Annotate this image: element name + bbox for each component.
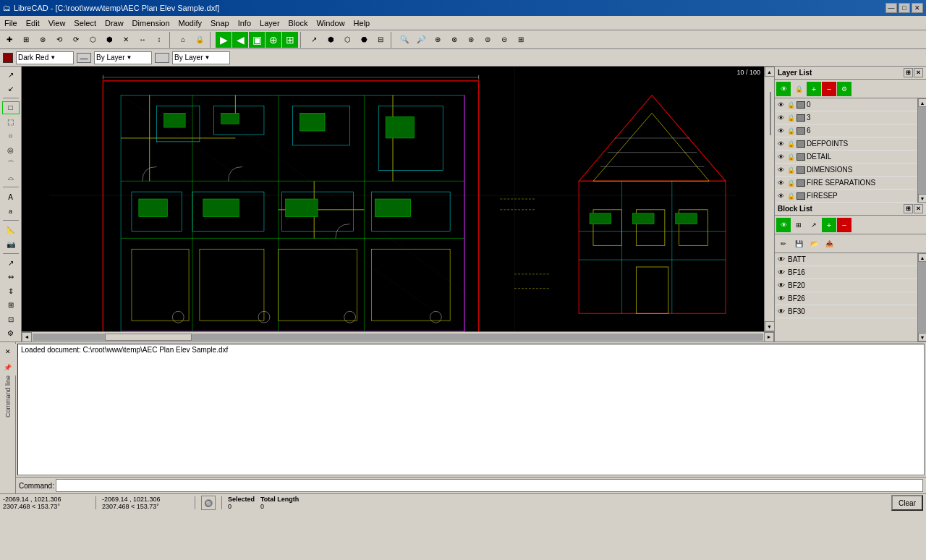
- menu-modify[interactable]: Modify: [174, 17, 206, 29]
- menu-block[interactable]: Block: [284, 17, 313, 29]
- layer-visible-all[interactable]: 👁: [776, 82, 791, 96]
- layer-remove[interactable]: −: [822, 82, 836, 96]
- block-open[interactable]: 📂: [807, 237, 821, 251]
- tool18[interactable]: ⬡: [339, 32, 355, 48]
- tool3[interactable]: ⟲: [51, 32, 67, 48]
- layer-item-defpoints[interactable]: 👁 🔒 DEFPOINTS: [775, 137, 917, 150]
- color-swatch[interactable]: [3, 53, 13, 63]
- lt-rect2[interactable]: ⬚: [2, 115, 20, 128]
- layer-item-dimensions[interactable]: 👁 🔒 DIMENSIONS: [775, 164, 917, 177]
- lt-rect[interactable]: □: [2, 101, 20, 114]
- command-pin-button[interactable]: 📌: [0, 360, 16, 376]
- menu-info[interactable]: Info: [234, 17, 255, 29]
- block-add[interactable]: +: [822, 218, 836, 232]
- zoom-in[interactable]: 🔍: [396, 32, 412, 48]
- tool15[interactable]: ⊞: [282, 32, 298, 48]
- block-item-bf20[interactable]: 👁 BF20: [775, 279, 917, 292]
- layer-dropdown-2[interactable]: By Layer ▼: [172, 51, 230, 64]
- scroll-right-button[interactable]: ►: [764, 332, 774, 342]
- block-float-button[interactable]: ⊞: [904, 204, 913, 213]
- layer-dropdown-1[interactable]: By Layer ▼: [94, 51, 152, 64]
- menu-edit[interactable]: Edit: [22, 17, 44, 29]
- block-item-bf16[interactable]: 👁 BF16: [775, 266, 917, 279]
- lt-text2[interactable]: a: [2, 204, 20, 217]
- lt-arrow[interactable]: ↗: [2, 256, 20, 269]
- tool10[interactable]: ⌂: [175, 32, 191, 48]
- lt-select2[interactable]: ↙: [2, 82, 20, 95]
- zoom-tool6[interactable]: ⊞: [513, 32, 529, 48]
- layer-vscrollbar[interactable]: ▲ ▼: [917, 98, 926, 203]
- menu-snap[interactable]: Snap: [206, 17, 234, 29]
- layer-item-0[interactable]: 👁 🔒 0: [775, 98, 917, 111]
- block-scroll-track[interactable]: [918, 262, 926, 333]
- layer-settings[interactable]: ⚙: [837, 82, 851, 96]
- zoom-tool3[interactable]: ⊛: [463, 32, 479, 48]
- lt-cam[interactable]: 📷: [2, 237, 20, 250]
- menu-layer[interactable]: Layer: [255, 17, 284, 29]
- clear-button[interactable]: Clear: [891, 495, 923, 511]
- scroll-left-button[interactable]: ◄: [22, 332, 32, 342]
- command-input-field[interactable]: [56, 479, 923, 492]
- tool9[interactable]: ↕: [151, 32, 167, 48]
- block-export[interactable]: 📤: [822, 237, 836, 251]
- menu-select[interactable]: Select: [69, 17, 101, 29]
- tool7[interactable]: ✕: [118, 32, 134, 48]
- snap-button[interactable]: ⊛: [35, 32, 51, 48]
- tool17[interactable]: ⬢: [323, 32, 339, 48]
- block-item-batt[interactable]: 👁 BATT: [775, 253, 917, 266]
- block-item-bf30[interactable]: 👁 BF30: [775, 305, 917, 318]
- layer-item-6[interactable]: 👁 🔒 6: [775, 124, 917, 137]
- zoom-tool4[interactable]: ⊜: [480, 32, 496, 48]
- drawing-canvas[interactable]: 10 / 100: [22, 67, 764, 331]
- tool6[interactable]: ⬢: [101, 32, 117, 48]
- lt-move-h[interactable]: ⇔: [2, 271, 20, 284]
- tool16[interactable]: ↗: [306, 32, 322, 48]
- tool19[interactable]: ⬣: [356, 32, 372, 48]
- tool4[interactable]: ⟳: [68, 32, 84, 48]
- lt-text[interactable]: A: [2, 190, 20, 203]
- h-scrollbar[interactable]: ◄ ►: [22, 331, 774, 341]
- lt-settings[interactable]: ⚙: [2, 326, 20, 339]
- block-save[interactable]: 💾: [791, 237, 806, 251]
- menu-draw[interactable]: Draw: [101, 17, 128, 29]
- layer-float-button[interactable]: ⊞: [904, 68, 913, 77]
- menu-file[interactable]: File: [0, 17, 22, 29]
- layer-item-firesep[interactable]: 👁 🔒 FIRESEP: [775, 190, 917, 203]
- zoom-tool2[interactable]: ⊗: [446, 32, 462, 48]
- snap-indicator[interactable]: 🔘: [201, 496, 216, 510]
- block-scroll-up[interactable]: ▲: [918, 253, 926, 262]
- h-scroll-thumb[interactable]: [105, 334, 192, 341]
- maximize-button[interactable]: □: [899, 3, 910, 13]
- lt-arc[interactable]: ⌒: [2, 157, 20, 170]
- layer-item-3[interactable]: 👁 🔒 3: [775, 111, 917, 124]
- block-remove[interactable]: −: [837, 218, 851, 232]
- menu-dimension[interactable]: Dimension: [128, 17, 174, 29]
- layer-scroll-track[interactable]: [918, 107, 926, 194]
- zoom-tool5[interactable]: ⊝: [496, 32, 512, 48]
- tool5[interactable]: ⬡: [85, 32, 101, 48]
- tool8[interactable]: ↔: [135, 32, 150, 48]
- layer-item-fire-sep[interactable]: 👁 🔒 FIRE SEPARATIONS: [775, 177, 917, 190]
- block-vscrollbar[interactable]: ▲ ▼: [917, 253, 926, 341]
- scroll-down-button[interactable]: ▼: [765, 321, 775, 331]
- lt-select[interactable]: ↗: [2, 68, 20, 81]
- grid-button[interactable]: ⊞: [18, 32, 34, 48]
- lt-grid[interactable]: ⊞: [2, 299, 20, 312]
- layer-add[interactable]: +: [807, 82, 821, 96]
- minimize-button[interactable]: —: [885, 3, 897, 13]
- lt-move-v[interactable]: ⇕: [2, 284, 20, 297]
- lock-button[interactable]: 🔒: [192, 32, 208, 48]
- zoom-out[interactable]: 🔎: [413, 32, 429, 48]
- layer-close-button[interactable]: ✕: [914, 68, 923, 77]
- close-button[interactable]: ✕: [912, 3, 923, 13]
- lt-ellipse[interactable]: ◎: [2, 143, 20, 156]
- layer-scroll-down[interactable]: ▼: [918, 194, 926, 203]
- block-scroll-down[interactable]: ▼: [918, 333, 926, 341]
- tool11[interactable]: ▶: [216, 32, 232, 48]
- block-tool2[interactable]: ⊞: [791, 218, 806, 232]
- block-close-button[interactable]: ✕: [914, 204, 923, 213]
- block-item-bf26[interactable]: 👁 BF26: [775, 292, 917, 305]
- tool12[interactable]: ◀: [232, 32, 248, 48]
- color-dropdown[interactable]: Dark Red ▼: [16, 51, 74, 64]
- layer-scroll-up[interactable]: ▲: [918, 98, 926, 107]
